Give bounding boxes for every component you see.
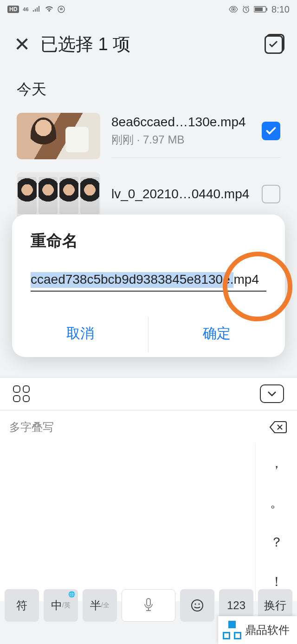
handwriting-area[interactable]: ， 。 ？ ！ [0, 444, 297, 601]
video-thumbnail [17, 113, 100, 159]
language-key[interactable]: 中/英 🌐 [44, 589, 78, 622]
space-key[interactable] [122, 589, 175, 622]
rename-input[interactable]: ccaed738c5bcb9d9383845e8130e.mp4 [31, 272, 266, 287]
svg-point-1 [232, 8, 234, 10]
file-meta: 刚刚 · 7.97 MB [111, 132, 262, 147]
width-key[interactable]: 半/全 [83, 589, 117, 622]
section-today: 今天 [0, 65, 297, 106]
hd-indicator: HD [7, 6, 19, 13]
svg-point-7 [192, 600, 203, 611]
svg-rect-5 [266, 8, 267, 11]
punct-key[interactable]: ， [255, 444, 297, 483]
clock-time: 8:10 [271, 4, 290, 15]
emoji-key[interactable] [180, 589, 214, 622]
watermark-logo [223, 621, 241, 639]
file-name: 8ea6ccaed…130e.mp4 [111, 115, 262, 130]
file-row[interactable]: 8ea6ccaed…130e.mp4 刚刚 · 7.97 MB [0, 106, 297, 166]
status-bar: HD 46 8:10 [0, 0, 297, 19]
hand-icon [58, 6, 65, 13]
candidate-hint: 多字叠写 [9, 420, 54, 435]
checkbox-checked[interactable] [262, 122, 280, 140]
symbol-key[interactable]: 符 [5, 589, 39, 622]
network-icon: 46 [23, 7, 28, 12]
signal-icon [32, 6, 41, 13]
punct-key[interactable]: 。 [255, 483, 297, 523]
svg-point-8 [195, 604, 196, 605]
watermark: 鼎品软件 [218, 616, 297, 644]
battery-icon [254, 6, 268, 13]
video-thumbnail [17, 172, 100, 219]
backspace-icon[interactable] [269, 421, 288, 434]
punct-key[interactable]: ？ [255, 523, 297, 562]
keyboard-collapse-button[interactable] [260, 384, 284, 403]
smile-icon [191, 599, 204, 612]
svg-rect-4 [255, 7, 263, 11]
svg-rect-6 [147, 598, 150, 606]
candidate-row: 多字叠写 [0, 410, 297, 444]
select-all-button[interactable] [265, 35, 283, 54]
svg-point-9 [199, 604, 200, 605]
page-title: 已选择 1 项 [40, 33, 130, 56]
cancel-button[interactable]: 取消 [12, 312, 148, 357]
mic-icon [142, 598, 155, 613]
selection-header: ✕ 已选择 1 项 [0, 19, 297, 65]
eye-icon [229, 6, 238, 13]
keyboard-toolbar [0, 377, 297, 410]
close-icon[interactable]: ✕ [14, 33, 30, 56]
checkbox-unchecked[interactable] [262, 185, 280, 203]
alarm-icon [242, 5, 250, 13]
keyboard-switch-icon[interactable] [13, 385, 30, 402]
dialog-title: 重命名 [12, 230, 285, 263]
watermark-text: 鼎品软件 [245, 623, 290, 637]
wifi-icon [45, 6, 54, 13]
globe-icon: 🌐 [68, 591, 75, 598]
confirm-button[interactable]: 确定 [148, 312, 285, 357]
file-name: lv_0_20210…0440.mp4 [111, 187, 262, 202]
rename-dialog: 重命名 ccaed738c5bcb9d9383845e8130e.mp4 取消 … [12, 215, 285, 357]
punctuation-column: ， 。 ？ ！ [255, 444, 297, 601]
rename-input-wrap[interactable]: ccaed738c5bcb9d9383845e8130e.mp4 [31, 272, 266, 292]
